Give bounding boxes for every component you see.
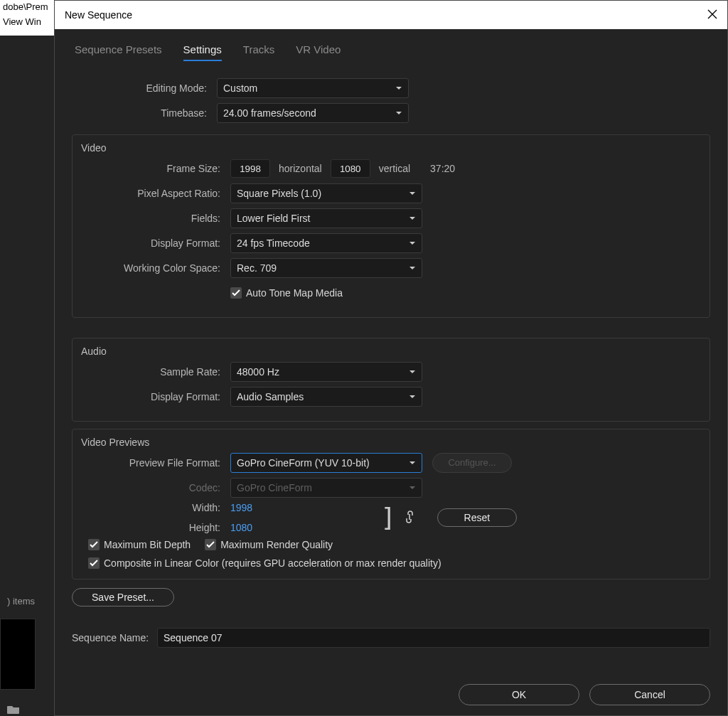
audio-section: Audio Sample Rate: 48000 Hz Display Form… — [72, 338, 710, 422]
editing-mode-value: Custom — [223, 82, 257, 94]
new-bin-icon[interactable] — [7, 704, 20, 716]
chevron-down-icon — [409, 215, 416, 222]
chevron-down-icon — [395, 109, 402, 117]
project-thumbnail-fragment — [0, 619, 36, 690]
max-bit-depth-checkbox[interactable] — [88, 539, 100, 550]
cancel-button[interactable]: Cancel — [589, 684, 710, 705]
audio-display-format-dropdown[interactable]: Audio Samples — [230, 387, 422, 407]
par-dropdown[interactable]: Square Pixels (1.0) — [230, 183, 422, 203]
vertical-label: vertical — [379, 163, 410, 174]
sequence-name-input[interactable] — [157, 628, 710, 648]
parent-dark-bg: ) items — [0, 36, 54, 716]
preview-height-value[interactable]: 1080 — [230, 522, 252, 533]
video-previews-title: Video Previews — [81, 437, 697, 448]
audio-display-format-value: Audio Samples — [237, 391, 304, 402]
par-value: Square Pixels (1.0) — [237, 188, 321, 199]
new-sequence-dialog: New Sequence Sequence Presets Settings T… — [54, 0, 728, 716]
configure-button: Configure... — [432, 453, 512, 473]
horizontal-label: horizontal — [279, 163, 322, 174]
composite-linear-checkbox[interactable] — [88, 557, 100, 569]
dialog-title: New Sequence — [65, 9, 132, 21]
items-count-fragment: ) items — [7, 596, 35, 607]
max-render-quality-label: Maximum Render Quality — [220, 539, 333, 550]
max-render-quality-checkbox[interactable] — [205, 539, 216, 550]
tab-settings[interactable]: Settings — [183, 43, 222, 61]
video-section: Video Frame Size: horizontal vertical 37… — [72, 134, 710, 318]
preview-file-format-label: Preview File Format: — [85, 457, 230, 469]
chevron-down-icon — [409, 190, 416, 197]
preview-width-label: Width: — [85, 502, 230, 513]
tab-vr-video[interactable]: VR Video — [296, 43, 341, 61]
ok-button[interactable]: OK — [459, 684, 579, 705]
frame-height-input[interactable] — [331, 159, 370, 178]
editing-mode-label: Editing Mode: — [72, 82, 217, 94]
wcs-dropdown[interactable]: Rec. 709 — [230, 258, 422, 278]
fields-label: Fields: — [85, 213, 230, 224]
video-section-title: Video — [81, 142, 697, 154]
tab-tracks[interactable]: Tracks — [243, 43, 274, 61]
chevron-down-icon — [409, 368, 416, 375]
link-bracket-icon: ] — [380, 510, 395, 525]
codec-value: GoPro CineForm — [237, 482, 312, 493]
max-bit-depth-label: Maximum Bit Depth — [104, 539, 191, 550]
path-fragment: dobe\Prem — [0, 0, 54, 14]
dialog-titlebar: New Sequence — [55, 1, 727, 29]
timebase-label: Timebase: — [72, 107, 217, 119]
sample-rate-label: Sample Rate: — [85, 366, 230, 378]
auto-tone-map-row: Auto Tone Map Media — [230, 287, 343, 299]
fields-dropdown[interactable]: Lower Field First — [230, 208, 422, 228]
preview-file-format-value: GoPro CineForm (YUV 10-bit) — [237, 457, 370, 469]
chevron-down-icon — [409, 459, 416, 466]
wcs-label: Working Color Space: — [85, 262, 230, 274]
aspect-ratio-readout: 37:20 — [430, 163, 455, 174]
video-display-format-dropdown[interactable]: 24 fps Timecode — [230, 233, 422, 253]
preview-height-label: Height: — [85, 522, 230, 533]
reset-button[interactable]: Reset — [437, 508, 517, 527]
frame-size-label: Frame Size: — [85, 163, 230, 174]
sequence-name-label: Sequence Name: — [72, 632, 157, 643]
sample-rate-value: 48000 Hz — [237, 366, 279, 378]
video-previews-section: Video Previews Preview File Format: GoPr… — [72, 429, 710, 579]
parent-window-titlebar-fragment: dobe\Prem View Win — [0, 0, 54, 36]
save-preset-button[interactable]: Save Preset... — [72, 588, 174, 607]
chevron-down-icon — [395, 85, 402, 92]
chevron-down-icon — [409, 393, 416, 400]
composite-linear-label: Composite in Linear Color (requires GPU … — [104, 557, 441, 569]
menu-fragment: View Win — [0, 14, 54, 30]
codec-label: Codec: — [85, 482, 230, 493]
chevron-down-icon — [409, 265, 416, 272]
preview-width-value[interactable]: 1998 — [230, 502, 252, 513]
preview-file-format-dropdown[interactable]: GoPro CineForm (YUV 10-bit) — [230, 453, 422, 473]
tab-sequence-presets[interactable]: Sequence Presets — [75, 43, 162, 61]
chevron-down-icon — [409, 484, 416, 491]
link-icon[interactable] — [405, 511, 414, 525]
frame-width-input[interactable] — [230, 159, 270, 178]
video-display-format-label: Display Format: — [85, 237, 230, 249]
dialog-tabs: Sequence Presets Settings Tracks VR Vide… — [72, 39, 710, 61]
dialog-footer: OK Cancel — [55, 673, 727, 715]
audio-display-format-label: Display Format: — [85, 391, 230, 402]
par-label: Pixel Aspect Ratio: — [85, 188, 230, 199]
codec-dropdown: GoPro CineForm — [230, 478, 422, 498]
close-icon[interactable] — [707, 9, 717, 21]
audio-section-title: Audio — [81, 346, 697, 357]
auto-tone-map-label: Auto Tone Map Media — [246, 287, 343, 299]
auto-tone-map-checkbox[interactable] — [230, 287, 242, 299]
timebase-value: 24.00 frames/second — [223, 107, 316, 119]
chevron-down-icon — [409, 240, 416, 247]
fields-value: Lower Field First — [237, 213, 310, 224]
wcs-value: Rec. 709 — [237, 262, 277, 274]
editing-mode-dropdown[interactable]: Custom — [217, 78, 409, 98]
sample-rate-dropdown[interactable]: 48000 Hz — [230, 362, 422, 382]
video-display-format-value: 24 fps Timecode — [237, 237, 310, 249]
timebase-dropdown[interactable]: 24.00 frames/second — [217, 103, 409, 123]
